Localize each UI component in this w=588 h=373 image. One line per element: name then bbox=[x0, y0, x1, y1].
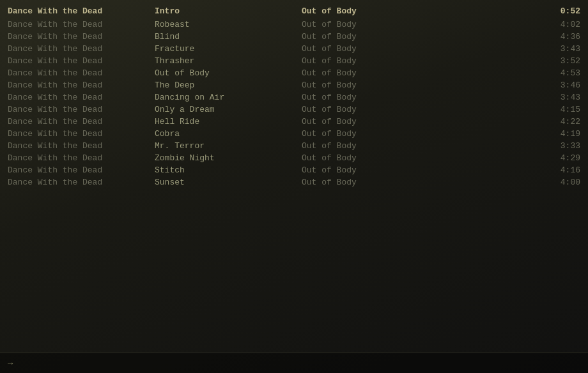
table-row[interactable]: Dance With the Dead Out of Body Out of B… bbox=[0, 67, 588, 79]
track-album: Out of Body bbox=[302, 57, 449, 65]
header-duration: 0:52 bbox=[449, 7, 580, 15]
track-artist: Dance With the Dead bbox=[8, 130, 155, 138]
track-title: The Deep bbox=[155, 81, 302, 89]
track-album: Out of Body bbox=[302, 81, 449, 89]
track-duration: 4:00 bbox=[449, 178, 580, 187]
track-title: Sunset bbox=[155, 178, 302, 187]
track-duration: 4:19 bbox=[449, 130, 580, 138]
header-title: Intro bbox=[155, 7, 302, 15]
track-album: Out of Body bbox=[302, 93, 449, 102]
track-title: Fracture bbox=[155, 45, 302, 53]
track-album: Out of Body bbox=[302, 118, 449, 126]
track-artist: Dance With the Dead bbox=[8, 105, 155, 114]
track-duration: 4:53 bbox=[449, 69, 580, 77]
arrow-icon: → bbox=[8, 358, 13, 369]
track-artist: Dance With the Dead bbox=[8, 20, 155, 29]
track-album: Out of Body bbox=[302, 69, 449, 77]
track-duration: 3:33 bbox=[449, 142, 580, 150]
table-row[interactable]: Dance With the Dead The Deep Out of Body… bbox=[0, 79, 588, 91]
track-title: Hell Ride bbox=[155, 118, 302, 126]
track-artist: Dance With the Dead bbox=[8, 81, 155, 89]
track-artist: Dance With the Dead bbox=[8, 57, 155, 65]
track-artist: Dance With the Dead bbox=[8, 118, 155, 126]
table-row[interactable]: Dance With the Dead Fracture Out of Body… bbox=[0, 43, 588, 55]
track-album: Out of Body bbox=[302, 20, 449, 29]
track-title: Thrasher bbox=[155, 57, 302, 65]
track-artist: Dance With the Dead bbox=[8, 154, 155, 162]
table-row[interactable]: Dance With the Dead Thrasher Out of Body… bbox=[0, 55, 588, 67]
track-duration: 4:22 bbox=[449, 118, 580, 126]
track-title: Dancing on Air bbox=[155, 93, 302, 102]
table-row[interactable]: Dance With the Dead Blind Out of Body 4:… bbox=[0, 31, 588, 43]
table-row[interactable]: Dance With the Dead Mr. Terror Out of Bo… bbox=[0, 140, 588, 152]
track-artist: Dance With the Dead bbox=[8, 178, 155, 187]
table-row[interactable]: Dance With the Dead Zombie Night Out of … bbox=[0, 152, 588, 164]
track-duration: 4:02 bbox=[449, 20, 580, 29]
track-album: Out of Body bbox=[302, 166, 449, 174]
track-title: Zombie Night bbox=[155, 154, 302, 162]
track-album: Out of Body bbox=[302, 45, 449, 53]
track-title: Only a Dream bbox=[155, 105, 302, 114]
table-row[interactable]: Dance With the Dead Dancing on Air Out o… bbox=[0, 91, 588, 103]
track-album: Out of Body bbox=[302, 33, 449, 41]
track-album: Out of Body bbox=[302, 130, 449, 138]
track-duration: 3:52 bbox=[449, 57, 580, 65]
track-artist: Dance With the Dead bbox=[8, 166, 155, 174]
track-title: Blind bbox=[155, 33, 302, 41]
table-row[interactable]: Dance With the Dead Cobra Out of Body 4:… bbox=[0, 128, 588, 140]
table-header: Dance With the Dead Intro Out of Body 0:… bbox=[0, 5, 588, 17]
track-artist: Dance With the Dead bbox=[8, 93, 155, 102]
track-title: Robeast bbox=[155, 20, 302, 29]
table-row[interactable]: Dance With the Dead Only a Dream Out of … bbox=[0, 103, 588, 116]
track-duration: 3:43 bbox=[449, 93, 580, 102]
track-album: Out of Body bbox=[302, 142, 449, 150]
track-duration: 4:16 bbox=[449, 166, 580, 174]
track-artist: Dance With the Dead bbox=[8, 33, 155, 41]
track-artist: Dance With the Dead bbox=[8, 69, 155, 77]
table-row[interactable]: Dance With the Dead Hell Ride Out of Bod… bbox=[0, 116, 588, 128]
table-row[interactable]: Dance With the Dead Sunset Out of Body 4… bbox=[0, 176, 588, 188]
track-title: Out of Body bbox=[155, 69, 302, 77]
header-album: Out of Body bbox=[302, 7, 449, 15]
track-album: Out of Body bbox=[302, 178, 449, 187]
track-duration: 4:36 bbox=[449, 33, 580, 41]
track-list: Dance With the Dead Intro Out of Body 0:… bbox=[0, 0, 588, 194]
bottom-bar: → bbox=[0, 353, 588, 373]
track-duration: 3:46 bbox=[449, 81, 580, 89]
track-title: Stitch bbox=[155, 166, 302, 174]
table-row[interactable]: Dance With the Dead Robeast Out of Body … bbox=[0, 19, 588, 31]
track-duration: 4:15 bbox=[449, 105, 580, 114]
track-album: Out of Body bbox=[302, 105, 449, 114]
table-row[interactable]: Dance With the Dead Stitch Out of Body 4… bbox=[0, 164, 588, 176]
header-artist: Dance With the Dead bbox=[8, 7, 155, 15]
track-artist: Dance With the Dead bbox=[8, 142, 155, 150]
track-album: Out of Body bbox=[302, 154, 449, 162]
track-title: Cobra bbox=[155, 130, 302, 138]
track-title: Mr. Terror bbox=[155, 142, 302, 150]
track-artist: Dance With the Dead bbox=[8, 45, 155, 53]
track-duration: 4:29 bbox=[449, 154, 580, 162]
track-duration: 3:43 bbox=[449, 45, 580, 53]
